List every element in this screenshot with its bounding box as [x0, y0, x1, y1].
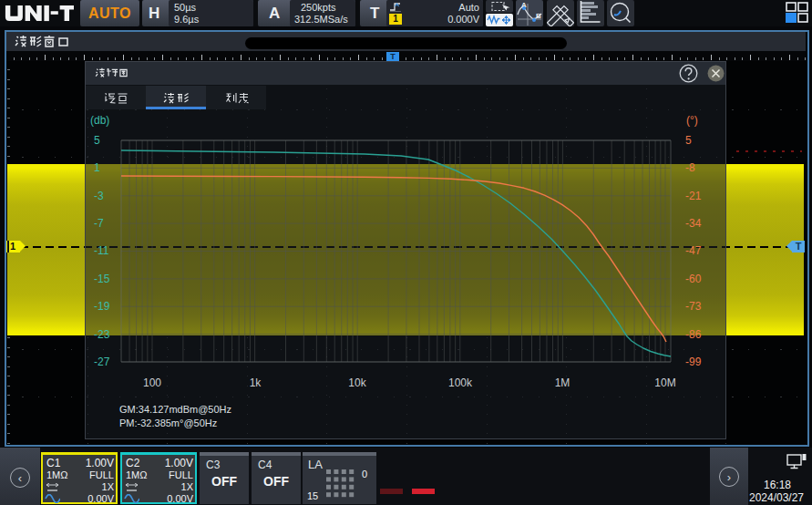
svg-text:B: B	[536, 12, 541, 20]
svg-text:A: A	[521, 1, 527, 9]
